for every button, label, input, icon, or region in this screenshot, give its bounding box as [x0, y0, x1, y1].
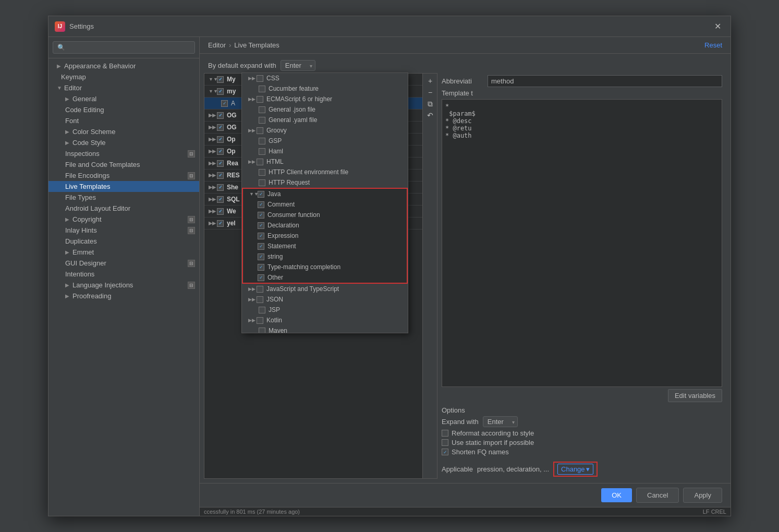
- jsp-checkbox[interactable]: [259, 307, 265, 313]
- http-env-checkbox[interactable]: [259, 169, 265, 176]
- dropdown-item-statement[interactable]: Statement: [243, 241, 407, 251]
- dropdown-item-java[interactable]: ▼ Java: [243, 189, 407, 199]
- dropdown-item-ecmascript[interactable]: ▶ ECMAScript 6 or higher: [242, 94, 408, 104]
- sidebar-item-color-scheme[interactable]: Color Scheme: [48, 126, 199, 137]
- dropdown-item-yaml-file[interactable]: General .yaml file: [242, 115, 408, 125]
- java-checkbox[interactable]: [258, 191, 264, 198]
- json-checkbox[interactable]: [257, 296, 263, 303]
- dropdown-item-js-ts[interactable]: ▶ JavaScript and TypeScript: [242, 284, 408, 294]
- expand-select[interactable]: Enter Tab Space: [281, 60, 315, 71]
- sidebar-item-gui-designer[interactable]: GUI Designer ⊟: [48, 258, 199, 269]
- reset-button[interactable]: Reset: [704, 41, 722, 49]
- dropdown-item-string[interactable]: string: [243, 251, 407, 262]
- comment-checkbox[interactable]: [258, 201, 264, 208]
- sidebar-item-inlay-hints[interactable]: Inlay Hints ⊟: [48, 225, 199, 236]
- sidebar-item-emmet[interactable]: Emmet: [48, 247, 199, 258]
- kotlin-checkbox[interactable]: [257, 317, 263, 324]
- ok-button[interactable]: OK: [601, 488, 632, 502]
- http-req-checkbox[interactable]: [259, 179, 265, 186]
- undo-button[interactable]: ↶: [425, 110, 435, 120]
- shorten-fq-checkbox[interactable]: [442, 449, 448, 455]
- dropdown-item-jsp[interactable]: JSP: [242, 305, 408, 315]
- dropdown-item-css[interactable]: ▶ CSS: [242, 73, 408, 83]
- json-file-checkbox[interactable]: [259, 106, 265, 113]
- op1-checkbox[interactable]: [217, 136, 224, 143]
- dropdown-item-html[interactable]: ▶ HTML: [242, 156, 408, 167]
- statement-checkbox[interactable]: [258, 243, 264, 250]
- sql-checkbox[interactable]: [217, 196, 224, 203]
- change-button[interactable]: Change ▾: [557, 464, 593, 475]
- search-input[interactable]: [53, 41, 195, 54]
- dropdown-item-haml[interactable]: Haml: [242, 146, 408, 156]
- apply-button[interactable]: Apply: [683, 488, 722, 503]
- res-checkbox[interactable]: [217, 172, 224, 179]
- a1-checkbox[interactable]: [221, 100, 228, 107]
- expand-with-select[interactable]: Enter Tab Space: [483, 416, 518, 427]
- sidebar-item-file-types[interactable]: File Types: [48, 192, 199, 203]
- sidebar-item-code-editing[interactable]: Code Editing: [48, 104, 199, 115]
- sidebar-item-general[interactable]: General: [48, 93, 199, 104]
- dropdown-item-comment[interactable]: Comment: [243, 199, 407, 210]
- sidebar-item-keymap[interactable]: Keymap: [48, 71, 199, 82]
- og2-checkbox[interactable]: [217, 124, 224, 131]
- gsp-checkbox[interactable]: [259, 138, 265, 144]
- dropdown-item-expression[interactable]: Expression: [243, 231, 407, 241]
- dropdown-item-consumer[interactable]: Consumer function: [243, 210, 407, 220]
- op2-checkbox[interactable]: [217, 148, 224, 155]
- sidebar-item-inspections[interactable]: Inspections ⊟: [48, 148, 199, 159]
- sidebar-item-android-layout[interactable]: Android Layout Editor: [48, 203, 199, 214]
- we-checkbox[interactable]: [217, 208, 224, 215]
- my2-checkbox[interactable]: [217, 88, 224, 95]
- sidebar-item-duplicates[interactable]: Duplicates: [48, 236, 199, 247]
- expression-checkbox[interactable]: [258, 233, 264, 239]
- dropdown-item-groovy[interactable]: ▶ Groovy: [242, 125, 408, 136]
- sidebar-item-proofreading[interactable]: Proofreading: [48, 291, 199, 301]
- cucumber-checkbox[interactable]: [259, 86, 265, 92]
- copy-button[interactable]: ⧉: [425, 99, 435, 109]
- sidebar-item-intentions[interactable]: Intentions: [48, 269, 199, 280]
- sh-checkbox[interactable]: [217, 184, 224, 191]
- my1-checkbox[interactable]: [217, 76, 224, 83]
- dropdown-item-declaration[interactable]: Declaration: [243, 220, 407, 231]
- dropdown-item-http-req[interactable]: HTTP Request: [242, 177, 408, 188]
- add-button[interactable]: +: [425, 76, 435, 86]
- html-checkbox[interactable]: [257, 159, 263, 165]
- sidebar-item-code-style[interactable]: Code Style: [48, 137, 199, 148]
- edit-variables-button[interactable]: Edit variables: [668, 389, 722, 402]
- reformat-checkbox[interactable]: [442, 430, 448, 437]
- dropdown-item-gsp[interactable]: GSP: [242, 136, 408, 146]
- dropdown-item-json-file[interactable]: General .json file: [242, 104, 408, 115]
- dropdown-item-kotlin[interactable]: ▶ Kotlin: [242, 315, 408, 325]
- sidebar-item-copyright[interactable]: Copyright ⊟: [48, 214, 199, 225]
- static-import-checkbox[interactable]: [442, 439, 448, 446]
- dropdown-item-http-env[interactable]: HTTP Client environment file: [242, 167, 408, 177]
- css-checkbox[interactable]: [257, 75, 263, 82]
- og1-checkbox[interactable]: [217, 112, 224, 119]
- cancel-button[interactable]: Cancel: [636, 488, 679, 503]
- consumer-checkbox[interactable]: [258, 212, 264, 219]
- sidebar-item-lang-injections[interactable]: Language Injections ⊟: [48, 280, 199, 291]
- template-text-editor[interactable]: * $param$ * @desc * @retu * @auth: [442, 99, 722, 387]
- close-button[interactable]: ✕: [711, 20, 724, 32]
- type-matching-checkbox[interactable]: [258, 264, 264, 271]
- sidebar-item-appearance[interactable]: Appearance & Behavior: [48, 61, 199, 71]
- declaration-checkbox[interactable]: [258, 222, 264, 229]
- sidebar-item-font[interactable]: Font: [48, 115, 199, 126]
- remove-button[interactable]: −: [425, 87, 435, 98]
- groovy-checkbox[interactable]: [257, 127, 263, 134]
- sidebar-item-file-code-templates[interactable]: File and Code Templates: [48, 159, 199, 170]
- dropdown-item-other[interactable]: Other: [243, 272, 407, 283]
- context-dropdown[interactable]: ▶ CSS Cucumber feature ▶ ECMAScr: [241, 72, 408, 333]
- sidebar-item-live-templates[interactable]: Live Templates: [48, 181, 199, 192]
- sidebar-item-editor[interactable]: Editor: [48, 82, 199, 93]
- maven-checkbox[interactable]: [259, 328, 265, 334]
- yaml-file-checkbox[interactable]: [259, 117, 265, 124]
- dropdown-item-maven[interactable]: Maven: [242, 325, 408, 333]
- dropdown-item-cucumber[interactable]: Cucumber feature: [242, 83, 408, 94]
- ecmascript-checkbox[interactable]: [257, 96, 263, 103]
- re1-checkbox[interactable]: [217, 160, 224, 167]
- js-ts-checkbox[interactable]: [257, 286, 263, 293]
- sidebar-item-file-encodings[interactable]: File Encodings ⊟: [48, 170, 199, 181]
- other-checkbox[interactable]: [258, 274, 264, 281]
- abbreviation-input[interactable]: [488, 75, 722, 87]
